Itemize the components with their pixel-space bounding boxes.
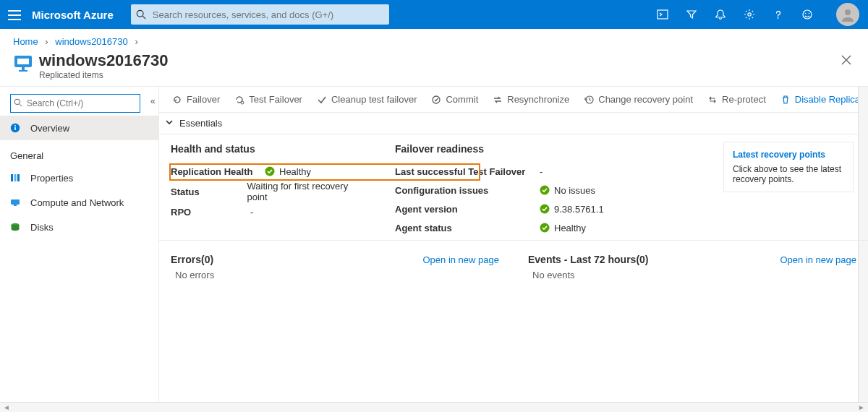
hamburger-menu[interactable]	[0, 9, 29, 20]
svg-rect-12	[19, 70, 27, 72]
global-search-input[interactable]	[151, 4, 390, 25]
page-subtitle: Replicated items	[39, 70, 169, 80]
help-button[interactable]	[764, 0, 793, 29]
failover-readiness-panel: Failover readiness Last successful Test …	[395, 143, 604, 237]
cmd-disable-replication[interactable]: Disable Replication	[773, 87, 868, 112]
sidebar-item-overview[interactable]: Overview	[0, 116, 158, 140]
svg-point-17	[14, 125, 16, 126]
events-heading: Events - Last 72 hours(0)	[528, 254, 649, 265]
cmd-cleanup-test-failover[interactable]: Cleanup test failover	[310, 87, 425, 112]
field-value: Healthy	[540, 223, 586, 233]
field-label: RPO	[171, 207, 250, 218]
field-value: -	[540, 166, 542, 177]
svg-point-3	[748, 13, 751, 16]
svg-line-14	[20, 103, 22, 106]
sidebar-search[interactable]	[10, 94, 140, 113]
cmd-commit[interactable]: Commit	[424, 87, 485, 112]
filter-icon	[686, 9, 697, 20]
tip-body: Click above to see the latest recovery p…	[733, 164, 844, 184]
errors-empty: No errors	[171, 265, 499, 280]
svg-line-1	[142, 16, 145, 19]
info-icon	[10, 123, 25, 133]
gear-icon	[744, 9, 755, 20]
svg-point-24	[241, 101, 244, 104]
search-icon	[14, 98, 22, 109]
chevron-right-icon: ›	[45, 36, 48, 47]
svg-point-8	[845, 9, 851, 15]
feedback-button[interactable]	[793, 0, 822, 29]
page-title: windows2016730	[39, 51, 169, 70]
top-bar: Microsoft Azure	[0, 0, 868, 29]
horizontal-scrollbar[interactable]: ◄►	[0, 402, 868, 412]
notifications-button[interactable]	[706, 0, 735, 29]
global-search[interactable]	[131, 4, 390, 25]
sidebar-item-label: Overview	[30, 123, 69, 134]
resync-icon	[493, 95, 503, 105]
svg-point-4	[778, 17, 779, 19]
resource-icon	[13, 53, 33, 73]
chevron-right-icon: ›	[135, 36, 137, 47]
open-errors-link[interactable]: Open in new page	[422, 254, 499, 265]
success-icon	[540, 204, 550, 214]
svg-rect-21	[11, 199, 20, 205]
cmd-resynchronize[interactable]: Resynchronize	[485, 87, 576, 112]
field-label: Agent version	[395, 204, 540, 215]
top-icon-bar	[648, 0, 868, 29]
feedback-icon	[801, 9, 813, 20]
breadcrumb: Home › windows2016730 ›	[0, 29, 868, 51]
directory-filter-button[interactable]	[677, 0, 706, 29]
compute-icon	[10, 197, 25, 207]
cmd-failover[interactable]: Failover	[165, 87, 227, 112]
field-label: Agent status	[395, 223, 540, 233]
breadcrumb-home[interactable]: Home	[13, 36, 38, 47]
svg-rect-18	[11, 174, 13, 181]
svg-rect-10	[17, 59, 29, 64]
errors-heading: Errors(0)	[171, 254, 213, 265]
field-value: 9.38.5761.1	[540, 204, 604, 215]
cmd-reprotect[interactable]: Re-protect	[700, 87, 773, 112]
settings-button[interactable]	[735, 0, 764, 29]
cmd-test-failover[interactable]: Test Failover	[227, 87, 310, 112]
essentials-toggle[interactable]: Essentials	[159, 113, 868, 134]
history-icon	[584, 95, 594, 105]
svg-point-13	[14, 99, 20, 105]
svg-rect-19	[14, 174, 17, 181]
svg-point-7	[809, 13, 810, 14]
panel-heading: Health and status	[171, 143, 366, 155]
svg-rect-11	[22, 67, 25, 70]
sidebar-item-compute-network[interactable]: Compute and Network	[0, 190, 158, 215]
latest-recovery-tip: Latest recovery points Click above to se…	[723, 142, 854, 192]
success-icon	[540, 223, 550, 233]
field-label: Configuration issues	[395, 185, 540, 196]
brand-label[interactable]: Microsoft Azure	[29, 9, 124, 21]
check-icon	[317, 95, 327, 105]
sidebar: « Overview General Properties Compute an…	[0, 87, 159, 411]
field-label: Status	[171, 186, 247, 197]
chevron-down-icon	[165, 118, 174, 129]
sidebar-item-properties[interactable]: Properties	[0, 166, 158, 190]
panel-heading: Failover readiness	[395, 143, 604, 155]
close-blade-button[interactable]	[838, 51, 855, 71]
sidebar-search-input[interactable]	[25, 98, 137, 109]
field-label: Replication Health	[171, 166, 265, 177]
disks-icon	[10, 222, 25, 232]
account-avatar[interactable]	[836, 3, 859, 26]
open-events-link[interactable]: Open in new page	[780, 254, 856, 265]
svg-rect-20	[17, 174, 20, 181]
delete-icon	[780, 95, 791, 105]
breadcrumb-item[interactable]: windows2016730	[55, 36, 127, 47]
success-icon	[540, 185, 550, 195]
field-value: -	[250, 207, 253, 218]
errors-panel: Errors(0) Open in new page No errors	[171, 254, 499, 280]
cmd-change-recovery-point[interactable]: Change recovery point	[576, 87, 700, 112]
field-value: Waiting for first recovery point	[247, 181, 366, 202]
cloud-shell-icon	[657, 9, 668, 20]
cloud-shell-button[interactable]	[648, 0, 677, 29]
health-status-panel: Health and status Replication Health Hea…	[171, 143, 366, 237]
field-value: Healthy	[265, 166, 311, 177]
tip-title-link[interactable]: Latest recovery points	[733, 150, 844, 160]
sidebar-item-disks[interactable]: Disks	[0, 215, 158, 239]
person-icon	[841, 7, 855, 22]
close-icon	[841, 54, 852, 66]
events-empty: No events	[528, 265, 856, 280]
